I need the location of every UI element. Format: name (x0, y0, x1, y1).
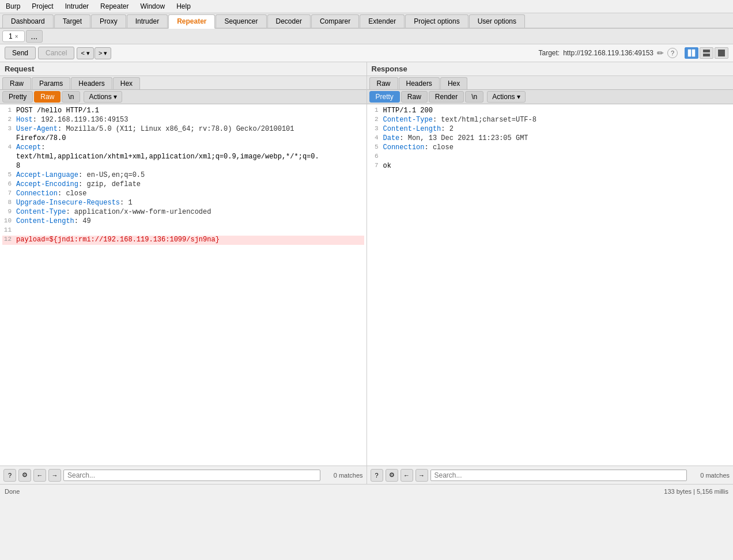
request-actions-button[interactable]: Actions ▾ (84, 91, 122, 103)
response-raw-tab[interactable]: Raw (401, 91, 428, 103)
request-search-input[interactable] (63, 470, 320, 481)
send-button[interactable]: Send (5, 47, 36, 59)
header-key: Accept (16, 143, 41, 152)
response-settings-icon[interactable]: ⚙ (386, 469, 398, 482)
status-left: Done (5, 488, 20, 495)
response-tab-headers[interactable]: Headers (399, 77, 440, 89)
menu-help[interactable]: Help (173, 1, 194, 12)
new-instance-tab[interactable]: ... (26, 30, 43, 43)
response-actions-label: Actions (492, 93, 515, 101)
header-key: Accept-Language (16, 171, 78, 179)
line-content: Firefox/78.0 (16, 134, 364, 143)
line-number: 3 (2, 125, 16, 134)
response-line: 5Connection: close (369, 143, 731, 153)
line-content (383, 153, 731, 162)
response-pretty-tab[interactable]: Pretty (369, 91, 400, 103)
header-key: Content-Length (383, 125, 441, 133)
response-search-back-icon[interactable]: ← (400, 469, 413, 482)
request-tab-headers[interactable]: Headers (71, 77, 112, 89)
instance-tab-label: 1 (9, 32, 13, 40)
response-tab-raw[interactable]: Raw (369, 77, 398, 89)
request-line: 11 (2, 226, 364, 236)
help-icon[interactable]: ? (667, 48, 678, 58)
response-line: 4Date: Mon, 13 Dec 2021 11:23:05 GMT (369, 134, 731, 143)
single-panel-icon (717, 49, 726, 57)
request-code-area[interactable]: 1POST /hello HTTP/1.12Host: 192.168.119.… (0, 104, 366, 466)
response-line: 6 (369, 153, 731, 162)
edit-target-icon[interactable]: ✏ (657, 48, 664, 58)
menu-burp[interactable]: Burp (2, 1, 24, 12)
header-key: Host (16, 116, 33, 124)
view-split-horizontal-btn[interactable] (700, 47, 713, 59)
svg-rect-2 (703, 50, 710, 52)
line-content (16, 226, 364, 236)
tab-intruder[interactable]: Intruder (127, 14, 168, 28)
header-key: Accept-Encoding (16, 180, 78, 188)
header-value: : Mozilla/5.0 (X11; Linux x86_64; rv:78.… (58, 125, 294, 133)
request-search-back-icon[interactable]: ← (33, 469, 46, 482)
menu-intruder[interactable]: Intruder (62, 1, 92, 12)
response-line: 3Content-Length: 2 (369, 125, 731, 134)
request-settings-icon[interactable]: ⚙ (18, 469, 31, 482)
header-value: : text/html;charset=UTF-8 (433, 116, 536, 124)
status-bar: Done 133 bytes | 5,156 millis (0, 484, 733, 498)
header-key: Content-Type (16, 208, 66, 216)
tab-proxy[interactable]: Proxy (91, 14, 126, 28)
tab-project-options[interactable]: Project options (405, 14, 468, 28)
menu-project[interactable]: Project (28, 1, 56, 12)
cancel-button[interactable]: Cancel (38, 47, 74, 59)
tab-sequencer[interactable]: Sequencer (216, 14, 266, 28)
request-pretty-tab[interactable]: Pretty (2, 91, 33, 103)
line-number: 4 (2, 143, 16, 153)
view-split-vertical-btn[interactable] (685, 47, 698, 59)
tab-comparer[interactable]: Comparer (311, 14, 359, 28)
response-search-input[interactable] (430, 470, 687, 481)
request-tab-raw[interactable]: Raw (2, 77, 31, 89)
menu-window[interactable]: Window (137, 1, 168, 12)
request-tab-hex[interactable]: Hex (113, 77, 140, 89)
menu-repeater[interactable]: Repeater (97, 1, 132, 12)
tab-target[interactable]: Target (54, 14, 90, 28)
line-content: payload=${jndi:rmi://192.168.119.136:109… (16, 236, 364, 245)
response-line: 7ok (369, 162, 731, 171)
svg-rect-4 (718, 50, 725, 56)
response-search-forward-icon[interactable]: → (415, 469, 428, 482)
line-content: HTTP/1.1 200 (383, 107, 731, 116)
line-number: 10 (2, 217, 16, 226)
response-newline-tab[interactable]: \n (465, 91, 483, 103)
response-help-icon[interactable]: ? (371, 469, 383, 482)
response-tab-hex[interactable]: Hex (440, 77, 467, 89)
tab-dashboard[interactable]: Dashboard (2, 14, 54, 28)
request-raw-tab[interactable]: Raw (34, 91, 61, 103)
forward-button[interactable]: > ▾ (95, 47, 111, 59)
response-render-tab[interactable]: Render (429, 91, 464, 103)
request-line: 1POST /hello HTTP/1.1 (2, 107, 364, 116)
request-tab-params[interactable]: Params (32, 77, 70, 89)
tab-extender[interactable]: Extender (360, 14, 405, 28)
request-line: Firefox/78.0 (2, 134, 364, 143)
request-newline-tab[interactable]: \n (62, 91, 80, 103)
instance-tab-1[interactable]: 1 × (2, 31, 25, 42)
line-number: 9 (2, 208, 16, 217)
tab-user-options[interactable]: User options (469, 14, 525, 28)
request-search-forward-icon[interactable]: → (48, 469, 61, 482)
svg-rect-3 (703, 54, 710, 56)
line-number: 1 (369, 107, 383, 116)
line-content: Content-Length: 2 (383, 125, 731, 134)
back-button[interactable]: < ▾ (77, 47, 93, 59)
line-content: Connection: close (383, 143, 731, 153)
response-code-area[interactable]: 1HTTP/1.1 2002Content-Type: text/html;ch… (367, 104, 734, 466)
request-line: 7Connection: close (2, 190, 364, 199)
request-help-icon[interactable]: ? (3, 469, 16, 482)
view-single-btn[interactable] (715, 47, 728, 59)
tab-repeater[interactable]: Repeater (168, 14, 215, 29)
header-key: Content-Length (16, 217, 74, 225)
menubar: Burp Project Intruder Repeater Window He… (0, 0, 733, 13)
response-actions-button[interactable]: Actions ▾ (487, 91, 525, 103)
response-panel-header: Response (367, 62, 734, 76)
tab-decoder[interactable]: Decoder (267, 14, 311, 28)
close-icon[interactable]: × (15, 33, 18, 40)
line-content: POST /hello HTTP/1.1 (16, 107, 364, 116)
target-url: http://192.168.119.136:49153 (563, 49, 653, 57)
line-content: User-Agent: Mozilla/5.0 (X11; Linux x86_… (16, 125, 364, 134)
